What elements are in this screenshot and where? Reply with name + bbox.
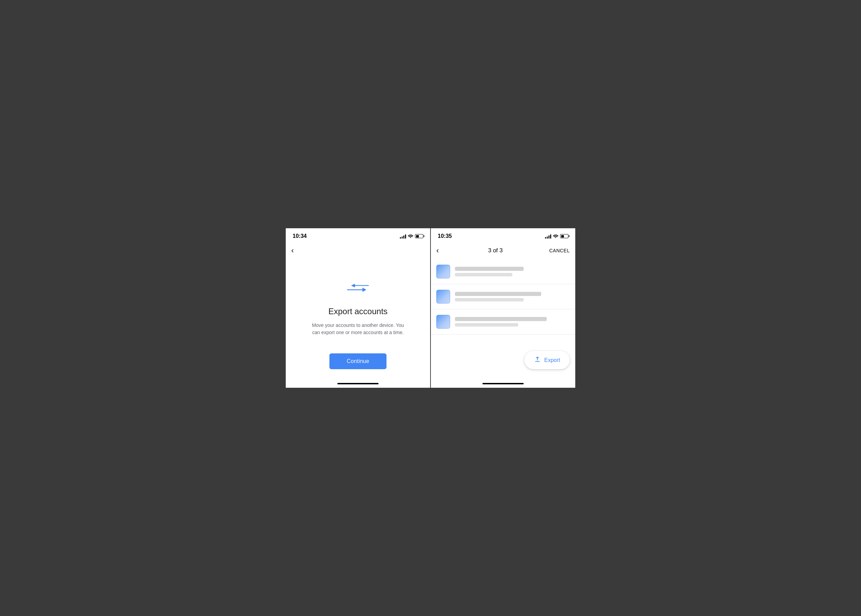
back-button-2[interactable]: ‹	[436, 245, 441, 256]
nav-title-2: 3 of 3	[441, 247, 549, 254]
account-name-blur-1	[455, 267, 524, 271]
nav-bar-2: ‹ 3 of 3 CANCEL	[431, 242, 575, 259]
screen1-title: Export accounts	[328, 306, 387, 316]
svg-marker-3	[351, 284, 355, 288]
account-email-blur-2	[455, 298, 524, 302]
export-arrows-icon	[346, 280, 370, 297]
account-avatar-3	[436, 315, 450, 328]
cancel-button[interactable]: CANCEL	[549, 248, 570, 253]
wifi-icon-1	[408, 234, 413, 239]
export-button[interactable]: Export	[524, 351, 570, 369]
account-info-2	[455, 292, 570, 302]
continue-button[interactable]: Continue	[329, 354, 387, 369]
battery-icon-1	[415, 234, 423, 238]
time-1: 10:34	[293, 233, 307, 239]
status-icons-2	[545, 234, 568, 239]
account-name-blur-2	[455, 292, 541, 296]
home-indicator-2	[482, 383, 524, 384]
back-button-1[interactable]: ‹	[291, 245, 296, 256]
account-email-blur-3	[455, 323, 518, 327]
time-2: 10:35	[438, 233, 452, 239]
signal-icon-1	[400, 234, 406, 239]
nav-bar-1: ‹	[286, 242, 430, 259]
wifi-icon-2	[553, 234, 559, 239]
account-info-1	[455, 267, 570, 277]
battery-icon-2	[560, 234, 568, 238]
account-list-container	[431, 259, 575, 344]
account-item-3[interactable]	[431, 310, 575, 335]
export-up-icon	[534, 356, 541, 365]
status-bar-1: 10:34	[286, 228, 430, 242]
status-icons-1	[400, 234, 423, 239]
account-list	[431, 259, 575, 335]
account-item-2[interactable]	[431, 284, 575, 310]
screen1-description: Move your accounts to another device. Yo…	[310, 322, 406, 336]
account-email-blur-1	[455, 273, 512, 277]
screen2-footer: Export	[431, 344, 575, 383]
home-indicator-1	[337, 383, 379, 384]
account-avatar-1	[436, 265, 450, 278]
account-item-1[interactable]	[431, 259, 575, 284]
screenshots-container: 10:34	[286, 228, 575, 388]
screen1-content: Export accounts Move your accounts to an…	[286, 259, 430, 347]
account-info-3	[455, 317, 570, 327]
screen1: 10:34	[286, 228, 430, 388]
export-label: Export	[544, 357, 560, 363]
account-avatar-2	[436, 290, 450, 303]
status-bar-2: 10:35	[431, 228, 575, 242]
screen2: 10:35	[431, 228, 575, 388]
signal-icon-2	[545, 234, 551, 239]
svg-marker-1	[362, 288, 366, 292]
export-icon-container	[346, 280, 370, 299]
screen1-footer: Continue	[286, 347, 430, 383]
account-name-blur-3	[455, 317, 547, 321]
